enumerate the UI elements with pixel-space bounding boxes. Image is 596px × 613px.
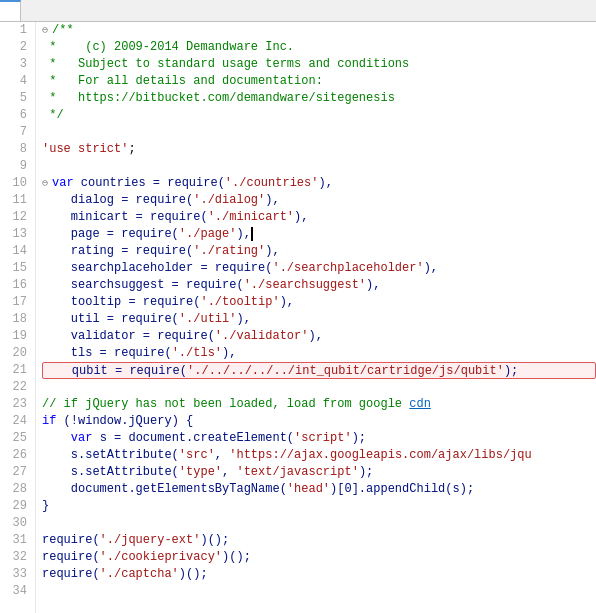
token: ), (236, 312, 250, 326)
line-number: 23 (4, 396, 27, 413)
line-number: 31 (4, 532, 27, 549)
token: ); (359, 465, 373, 479)
code-line: 'use strict'; (42, 141, 596, 158)
code-line: // if jQuery has not been loaded, load f… (42, 396, 596, 413)
token: 'head' (287, 482, 330, 496)
code-line: s.setAttribute('type', 'text/javascript'… (42, 464, 596, 481)
token: )(); (179, 567, 208, 581)
code-line: require('./captcha')(); (42, 566, 596, 583)
editor-tab[interactable] (0, 0, 21, 21)
token: ), (280, 295, 294, 309)
line-number: 30 (4, 515, 27, 532)
token: ); (504, 364, 518, 378)
line-number: 13 (4, 226, 27, 243)
line-number: 26 (4, 447, 27, 464)
token: * https://bitbucket.com/demandware/siteg… (42, 91, 395, 105)
line-number: 34 (4, 583, 27, 600)
code-line (42, 515, 596, 532)
token: validator = require( (42, 329, 215, 343)
line-number: 18 (4, 311, 27, 328)
line-number: 8 (4, 141, 27, 158)
code-line: searchsuggest = require('./searchsuggest… (42, 277, 596, 294)
token: minicart = require( (42, 210, 208, 224)
token: './util' (179, 312, 237, 326)
token: cdn (409, 397, 431, 411)
token: './dialog' (193, 193, 265, 207)
code-line: util = require('./util'), (42, 311, 596, 328)
token: ); (352, 431, 366, 445)
token: 'src' (179, 448, 215, 462)
line-number: 16 (4, 277, 27, 294)
line-number: 17 (4, 294, 27, 311)
code-line: document.getElementsByTagName('head')[0]… (42, 481, 596, 498)
token: './countries' (225, 176, 319, 190)
fold-icon[interactable]: ⊖ (42, 175, 52, 192)
code-area: 1234567891011121314151617181920212223242… (0, 22, 596, 613)
token: ), (366, 278, 380, 292)
token: , (222, 465, 236, 479)
token: ), (424, 261, 438, 275)
token: ), (265, 193, 279, 207)
token: require( (42, 533, 100, 547)
line-number: 29 (4, 498, 27, 515)
token: './rating' (193, 244, 265, 258)
code-line: } (42, 498, 596, 515)
token: * For all details and documentation: (42, 74, 323, 88)
code-line: * (c) 2009-2014 Demandware Inc. (42, 39, 596, 56)
token: ), (294, 210, 308, 224)
fold-icon[interactable]: ⊖ (42, 22, 52, 39)
token: './searchsuggest' (244, 278, 366, 292)
token: './page' (179, 227, 237, 241)
line-numbers: 1234567891011121314151617181920212223242… (0, 22, 36, 613)
token: 'text/javascript' (236, 465, 358, 479)
code-content[interactable]: ⊖/** * (c) 2009-2014 Demandware Inc. * S… (36, 22, 596, 613)
token (251, 227, 253, 241)
token: qubit = require( (43, 364, 187, 378)
token: searchplaceholder = require( (42, 261, 272, 275)
line-number: 21 (4, 362, 27, 379)
token: , (215, 448, 229, 462)
token (42, 431, 71, 445)
code-line (42, 379, 596, 396)
token: 'use strict' (42, 142, 128, 156)
token: './cookieprivacy' (100, 550, 222, 564)
line-number: 32 (4, 549, 27, 566)
code-line: searchplaceholder = require('./searchpla… (42, 260, 596, 277)
line-number: 9 (4, 158, 27, 175)
code-line (42, 158, 596, 175)
line-number: 27 (4, 464, 27, 481)
line-number: 5 (4, 90, 27, 107)
token: countries = require( (81, 176, 225, 190)
token: // if jQuery has not been loaded, load f… (42, 397, 409, 411)
line-number: 22 (4, 379, 27, 396)
code-line: */ (42, 107, 596, 124)
line-number: 25 (4, 430, 27, 447)
token: /** (52, 23, 74, 37)
line-number: 11 (4, 192, 27, 209)
token: tooltip = require( (42, 295, 200, 309)
code-line: * Subject to standard usage terms and co… (42, 56, 596, 73)
token: util = require( (42, 312, 179, 326)
code-line (42, 583, 596, 600)
token: './../../../../int_qubit/cartridge/js/qu… (187, 364, 504, 378)
token: searchsuggest = require( (42, 278, 244, 292)
line-number: 12 (4, 209, 27, 226)
token: s.setAttribute( (42, 465, 179, 479)
code-line: tooltip = require('./tooltip'), (42, 294, 596, 311)
token: ), (318, 176, 332, 190)
token: var (71, 431, 100, 445)
code-line: ⊖var countries = require('./countries'), (42, 175, 596, 192)
code-line: require('./jquery-ext')(); (42, 532, 596, 549)
code-line: * For all details and documentation: (42, 73, 596, 90)
code-line: dialog = require('./dialog'), (42, 192, 596, 209)
line-number: 15 (4, 260, 27, 277)
token: s.setAttribute( (42, 448, 179, 462)
token: s = document.createElement( (100, 431, 294, 445)
token: ; (128, 142, 135, 156)
token: 'https://ajax.googleapis.com/ajax/libs/j… (229, 448, 531, 462)
token: './captcha' (100, 567, 179, 581)
line-number: 19 (4, 328, 27, 345)
code-line (42, 124, 596, 141)
code-line: require('./cookieprivacy')(); (42, 549, 596, 566)
token: './tls' (172, 346, 222, 360)
